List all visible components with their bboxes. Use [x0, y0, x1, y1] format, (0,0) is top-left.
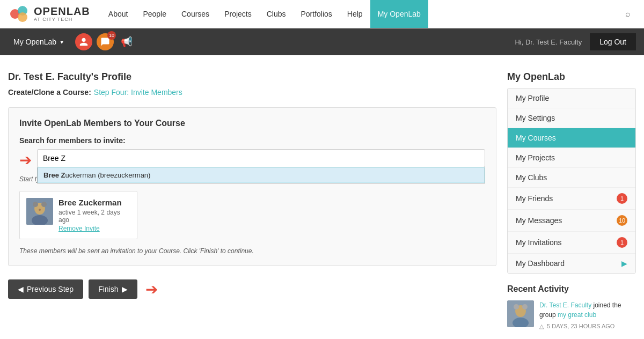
- sidebar-item-my-friends[interactable]: My Friends 1: [508, 188, 635, 210]
- activity-avatar-1: [507, 300, 534, 327]
- sidebar-menu: My Profile My Settings My Courses My Pro…: [507, 88, 636, 274]
- user-greeting: Hi, Dr. Test E. Faculty: [515, 38, 582, 46]
- recent-activity-title: Recent Activity: [507, 284, 636, 294]
- search-icon[interactable]: ⌕: [620, 9, 636, 19]
- member-info: Bree Zuckerman active 1 week, 2 days ago…: [58, 198, 130, 232]
- friends-badge[interactable]: [75, 33, 92, 50]
- svg-point-8: [39, 209, 41, 211]
- arrow-indicator: ➔: [19, 151, 32, 169]
- sidebar-item-my-messages[interactable]: My Messages 10: [508, 210, 635, 232]
- dropdown-arrow-icon: ▼: [59, 39, 64, 45]
- search-row: ➔ Bree Zuckerman (breezuckerman): [19, 149, 485, 169]
- sidebar-item-my-dashboard[interactable]: My Dashboard ▶: [508, 254, 635, 273]
- site-logo[interactable]: OPENLAB AT CITY TECH: [8, 3, 90, 25]
- autocomplete-highlight: Bree Z: [43, 171, 65, 179]
- sidebar-item-my-profile[interactable]: My Profile: [508, 89, 635, 108]
- logo-subtitle: AT CITY TECH: [34, 17, 90, 23]
- sidebar-item-my-invitations[interactable]: My Invitations 1: [508, 232, 635, 254]
- nav-about[interactable]: About: [101, 0, 136, 28]
- svg-point-2: [18, 12, 27, 22]
- clock-icon-1: △: [539, 323, 544, 329]
- sidebar-title: My OpenLab: [507, 71, 636, 83]
- recent-activity-section: Recent Activity Dr. Test E. Faculty join…: [507, 284, 636, 339]
- search-label: Search for members to invite:: [19, 136, 485, 145]
- autocomplete-dropdown: Bree Zuckerman (breezuckerman): [37, 167, 485, 183]
- nav-icons: 10 📢: [75, 33, 133, 50]
- top-nav: OPENLAB AT CITY TECH About People Course…: [0, 0, 644, 28]
- remove-invite-link[interactable]: Remove Invite: [58, 225, 130, 232]
- friends-count-badge: 1: [617, 193, 627, 204]
- member-avatar-image: [26, 198, 53, 225]
- member-active-status: active 1 week, 2 days ago: [58, 209, 130, 224]
- logo-icon: [8, 3, 30, 25]
- megaphone-icon[interactable]: 📢: [121, 36, 133, 48]
- nav-portfolios[interactable]: Portfolios: [294, 0, 340, 28]
- activity-time-1: △ 5 DAYS, 23 HOURS AGO: [539, 322, 636, 331]
- secondary-nav: My OpenLab ▼ 10 📢 Hi, Dr. Test E. Facult…: [0, 28, 644, 55]
- nav-people[interactable]: People: [135, 0, 174, 28]
- left-column: Dr. Test E. Faculty's Profile Create/Clo…: [8, 71, 496, 339]
- messages-count-badge: 10: [617, 215, 627, 226]
- autocomplete-item[interactable]: Bree Zuckerman (breezuckerman): [38, 167, 485, 183]
- activity-user-link-1[interactable]: Dr. Test E. Faculty: [539, 301, 591, 309]
- svg-point-7: [41, 202, 47, 207]
- activity-text-1: Dr. Test E. Faculty joined the group my …: [539, 300, 636, 331]
- member-search-input[interactable]: [37, 149, 485, 167]
- breadcrumb: Create/Clone a Course: Step Four: Invite…: [8, 88, 496, 97]
- search-input-wrap: Bree Zuckerman (breezuckerman): [37, 149, 485, 167]
- invite-note: These members will be sent an invitation…: [19, 247, 485, 255]
- message-count: 10: [107, 31, 116, 40]
- nav-myopenlab[interactable]: My OpenLab: [370, 0, 428, 28]
- svg-point-13: [522, 304, 528, 309]
- finish-arrow-indicator: ➔: [145, 281, 158, 298]
- invite-box: Invite OpenLab Members to Your Course Se…: [8, 107, 496, 266]
- right-sidebar: My OpenLab My Profile My Settings My Cou…: [507, 71, 636, 339]
- nav-clubs[interactable]: Clubs: [259, 0, 294, 28]
- previous-step-button[interactable]: ◀ Previous Step: [8, 279, 83, 299]
- member-avatar: [26, 198, 53, 225]
- person-icon: [79, 37, 89, 47]
- prev-icon: ◀: [18, 285, 24, 293]
- messages-badge[interactable]: 10: [97, 33, 114, 50]
- finish-button[interactable]: Finish ▶: [89, 279, 137, 299]
- sidebar-item-my-projects[interactable]: My Projects: [508, 148, 635, 168]
- activity-item-1: Dr. Test E. Faculty joined the group my …: [507, 300, 636, 339]
- member-card: Bree Zuckerman active 1 week, 2 days ago…: [19, 191, 137, 239]
- logo-title: OPENLAB: [34, 5, 90, 17]
- action-buttons: ◀ Previous Step Finish ▶ ➔: [8, 279, 496, 299]
- invitations-count-badge: 1: [617, 237, 627, 248]
- breadcrumb-step-link[interactable]: Step Four: Invite Members: [94, 88, 182, 97]
- svg-point-12: [514, 304, 519, 309]
- breadcrumb-label: Create/Clone a Course:: [8, 88, 91, 97]
- my-openlab-dropdown[interactable]: My OpenLab ▼: [8, 38, 70, 46]
- logout-button[interactable]: Log Out: [590, 33, 636, 50]
- invite-title: Invite OpenLab Members to Your Course: [19, 119, 485, 128]
- sidebar-item-my-courses[interactable]: My Courses: [508, 128, 635, 148]
- svg-point-6: [33, 202, 38, 207]
- member-name-link[interactable]: Bree Zuckerman: [58, 198, 122, 207]
- nav-courses[interactable]: Courses: [174, 0, 217, 28]
- sidebar-item-my-settings[interactable]: My Settings: [508, 108, 635, 128]
- page-title: Dr. Test E. Faculty's Profile: [8, 71, 496, 83]
- dashboard-arrow-icon: ▶: [621, 259, 627, 268]
- sidebar-item-my-clubs[interactable]: My Clubs: [508, 168, 635, 188]
- autocomplete-rest: uckerman (breezuckerman): [65, 171, 150, 179]
- finish-icon: ▶: [122, 285, 128, 293]
- nav-projects[interactable]: Projects: [217, 0, 259, 28]
- activity-avatar-image-1: [507, 300, 534, 327]
- main-content: Dr. Test E. Faculty's Profile Create/Clo…: [0, 55, 644, 339]
- activity-group-link-1[interactable]: my great club: [558, 311, 596, 319]
- main-menu: About People Courses Projects Clubs Port…: [101, 0, 620, 28]
- nav-help[interactable]: Help: [340, 0, 370, 28]
